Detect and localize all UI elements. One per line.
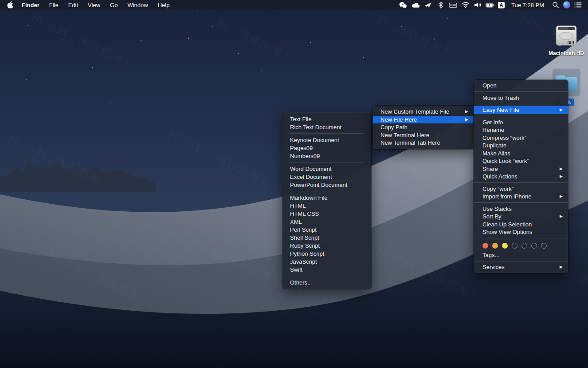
bluetooth-icon[interactable]: [436, 1, 445, 9]
tag-color-swatch[interactable]: [502, 243, 508, 249]
menu-item-text-file[interactable]: Text File: [282, 115, 371, 123]
menu-item-xml[interactable]: XML: [282, 218, 371, 226]
new-file-here-menu: Text FileRich Text DocumentKeynote Docum…: [282, 112, 371, 289]
menu-item-label: Compress “work”: [482, 135, 563, 141]
wechat-icon[interactable]: [399, 1, 408, 9]
menu-item-keynote-document[interactable]: Keynote Document: [282, 136, 371, 144]
menu-item-python-script[interactable]: Python Script: [282, 249, 371, 257]
tag-color-swatch[interactable]: [492, 243, 498, 249]
menubar-item-file[interactable]: File: [44, 2, 63, 8]
macintosh-hd-label: Macintosh HD: [544, 50, 588, 56]
menu-item-label: New Terminal Here: [380, 132, 468, 138]
tag-color-swatch[interactable]: [482, 243, 488, 249]
tag-color-swatch-empty[interactable]: [521, 243, 527, 249]
menu-item-get-info[interactable]: Get Info: [474, 119, 568, 127]
menu-item-javascript[interactable]: JavaScript: [282, 257, 371, 265]
menu-item-clean-up-selection[interactable]: Clean Up Selection: [474, 221, 568, 229]
tag-color-swatch-empty[interactable]: [541, 243, 547, 249]
menu-item-new-file-here[interactable]: New File Here▶: [373, 116, 474, 124]
watermark-text: Hi 小刘，淘你想淘！: [47, 247, 154, 309]
menu-item-label: Tags...: [482, 252, 563, 258]
menubar-clock[interactable]: Tue 7:28 PM: [508, 2, 548, 8]
menu-item-label: Shell Script: [290, 234, 366, 241]
menu-item-label: Quick Look “work”: [482, 158, 563, 164]
menu-item-move-to-trash[interactable]: Move to Trash: [474, 94, 568, 102]
volume-icon[interactable]: [473, 1, 482, 9]
tag-color-swatch-empty[interactable]: [531, 243, 537, 249]
menu-item-label: HTML: [290, 202, 366, 209]
menu-item-label: Show View Options: [482, 229, 563, 235]
menu-item-sort-by[interactable]: Sort By▶: [474, 213, 568, 221]
menu-item-rename[interactable]: Rename: [474, 126, 568, 134]
menubar-item-go[interactable]: Go: [105, 2, 122, 8]
menu-item-label: Share: [482, 166, 554, 172]
menu-item-numbers09[interactable]: Numbers09: [282, 152, 371, 160]
menu-item-compress-work[interactable]: Compress “work”: [474, 134, 568, 142]
menu-item-easy-new-file[interactable]: Easy New File▶: [474, 106, 568, 114]
siri-icon[interactable]: [563, 1, 570, 8]
menu-item-swift[interactable]: Swift: [282, 265, 371, 273]
menu-item-html-css[interactable]: HTML CSS: [282, 210, 371, 218]
menu-item-new-terminal-here[interactable]: New Terminal Here: [373, 131, 474, 139]
input-source-icon[interactable]: A: [498, 2, 505, 8]
paperplane-icon[interactable]: [423, 1, 433, 9]
menu-item-html[interactable]: HTML: [282, 202, 371, 210]
submenu-arrow-icon: ▶: [465, 118, 468, 122]
tag-color-swatch-empty[interactable]: [512, 243, 517, 249]
list-icon[interactable]: [573, 1, 583, 9]
menu-item-share[interactable]: Share▶: [474, 165, 568, 173]
menubar-item-help[interactable]: Help: [153, 2, 175, 8]
menu-item-powerpoint-document[interactable]: PowerPoint Document: [282, 181, 371, 189]
menu-item-open[interactable]: Open: [474, 82, 568, 90]
menubar-item-view[interactable]: View: [83, 2, 105, 8]
menubar-item-window[interactable]: Window: [122, 2, 153, 8]
menu-item-shell-script[interactable]: Shell Script: [282, 233, 371, 241]
menu-item-new-custom-template-file[interactable]: New Custom Template File▶: [373, 108, 474, 116]
menu-item-excel-document[interactable]: Excel Document: [282, 173, 371, 181]
menu-item-make-alias[interactable]: Make Alias: [474, 150, 568, 158]
menu-item-show-view-options[interactable]: Show View Options: [474, 228, 568, 236]
menu-separator: [290, 133, 364, 134]
menu-item-label: Rich Text Document: [290, 124, 366, 131]
menu-item-services[interactable]: Services▶: [474, 263, 568, 271]
menu-item-copy-path[interactable]: Copy Path: [373, 123, 474, 131]
menu-item-label: HTML CSS: [290, 210, 366, 217]
menu-item-label: New Custom Template File: [380, 108, 460, 115]
menu-item-quick-look-work[interactable]: Quick Look “work”: [474, 157, 568, 165]
menu-item-others[interactable]: Others..: [282, 278, 371, 286]
menu-item-pages09[interactable]: Pages09: [282, 144, 371, 152]
battery-charging-icon[interactable]: [486, 1, 495, 9]
menu-item-ruby-script[interactable]: Ruby Script: [282, 241, 371, 249]
menu-item-label: New File Here: [380, 116, 460, 123]
apple-menu[interactable]: [4, 1, 17, 8]
menu-separator: [474, 202, 568, 203]
wifi-icon[interactable]: [461, 1, 470, 9]
menu-item-label: Get Info: [482, 119, 563, 126]
search-icon[interactable]: [551, 1, 560, 9]
menubar-item-edit[interactable]: Edit: [63, 2, 83, 8]
menu-item-label: Python Script: [290, 250, 366, 257]
menu-item-quick-actions[interactable]: Quick Actions▶: [474, 173, 568, 181]
menu-item-tags[interactable]: Tags...: [474, 251, 568, 259]
menu-item-import-from-iphone[interactable]: Import from iPhone▶: [474, 193, 568, 201]
watermark-text: Hi 小刘，淘你想淘！: [7, 131, 114, 194]
menu-item-label: Markdown File: [290, 194, 366, 201]
menu-item-markdown-file[interactable]: Markdown File: [282, 194, 371, 202]
menu-item-duplicate[interactable]: Duplicate: [474, 142, 568, 150]
menu-separator: [290, 162, 364, 162]
scanner-icon[interactable]: [448, 1, 458, 9]
menu-item-label: Swift: [290, 266, 366, 273]
menu-item-copy-work[interactable]: Copy “work”: [474, 185, 568, 193]
menu-item-new-terminal-tab-here[interactable]: New Terminal Tab Here: [373, 139, 474, 147]
menu-item-perl-script[interactable]: Perl Script: [282, 226, 371, 233]
menu-item-label: Keynote Document: [290, 137, 366, 143]
apple-logo-icon: [7, 1, 13, 8]
menu-item-rich-text-document[interactable]: Rich Text Document: [282, 123, 371, 131]
submenu-arrow-icon: ▶: [560, 174, 563, 178]
cloud-icon[interactable]: [411, 1, 420, 9]
macintosh-hd-icon[interactable]: Macintosh HD: [544, 25, 588, 56]
menu-item-word-document[interactable]: Word Document: [282, 165, 371, 173]
menu-item-use-stacks[interactable]: Use Stacks: [474, 205, 568, 213]
menu-item-label: JavaScript: [290, 258, 366, 265]
menubar-app-name[interactable]: Finder: [17, 2, 44, 8]
